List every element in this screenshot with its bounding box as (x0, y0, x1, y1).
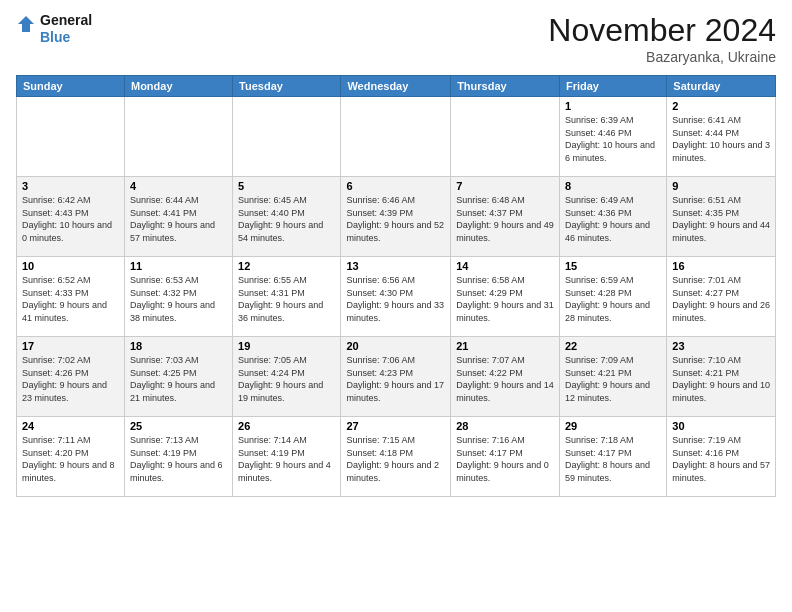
table-row (341, 97, 451, 177)
day-info: Sunrise: 6:58 AM Sunset: 4:29 PM Dayligh… (456, 274, 554, 324)
table-row: 28Sunrise: 7:16 AM Sunset: 4:17 PM Dayli… (451, 417, 560, 497)
day-info: Sunrise: 6:48 AM Sunset: 4:37 PM Dayligh… (456, 194, 554, 244)
day-number: 2 (672, 100, 770, 112)
day-info: Sunrise: 7:14 AM Sunset: 4:19 PM Dayligh… (238, 434, 335, 484)
table-row: 21Sunrise: 7:07 AM Sunset: 4:22 PM Dayli… (451, 337, 560, 417)
day-number: 1 (565, 100, 661, 112)
day-number: 24 (22, 420, 119, 432)
table-row: 30Sunrise: 7:19 AM Sunset: 4:16 PM Dayli… (667, 417, 776, 497)
day-number: 16 (672, 260, 770, 272)
day-number: 19 (238, 340, 335, 352)
day-info: Sunrise: 6:46 AM Sunset: 4:39 PM Dayligh… (346, 194, 445, 244)
table-row: 22Sunrise: 7:09 AM Sunset: 4:21 PM Dayli… (559, 337, 666, 417)
month-title: November 2024 (548, 12, 776, 49)
table-row (17, 97, 125, 177)
day-number: 20 (346, 340, 445, 352)
table-row: 12Sunrise: 6:55 AM Sunset: 4:31 PM Dayli… (233, 257, 341, 337)
table-row: 7Sunrise: 6:48 AM Sunset: 4:37 PM Daylig… (451, 177, 560, 257)
table-row (451, 97, 560, 177)
col-monday: Monday (124, 76, 232, 97)
day-number: 28 (456, 420, 554, 432)
calendar-week-row: 10Sunrise: 6:52 AM Sunset: 4:33 PM Dayli… (17, 257, 776, 337)
col-saturday: Saturday (667, 76, 776, 97)
day-info: Sunrise: 7:16 AM Sunset: 4:17 PM Dayligh… (456, 434, 554, 484)
day-info: Sunrise: 7:13 AM Sunset: 4:19 PM Dayligh… (130, 434, 227, 484)
calendar-week-row: 1Sunrise: 6:39 AM Sunset: 4:46 PM Daylig… (17, 97, 776, 177)
logo-container: General Blue (16, 12, 92, 46)
day-number: 22 (565, 340, 661, 352)
day-number: 7 (456, 180, 554, 192)
table-row: 8Sunrise: 6:49 AM Sunset: 4:36 PM Daylig… (559, 177, 666, 257)
day-info: Sunrise: 6:45 AM Sunset: 4:40 PM Dayligh… (238, 194, 335, 244)
day-number: 6 (346, 180, 445, 192)
table-row (233, 97, 341, 177)
day-info: Sunrise: 7:15 AM Sunset: 4:18 PM Dayligh… (346, 434, 445, 484)
title-block: November 2024 Bazaryanka, Ukraine (548, 12, 776, 65)
location: Bazaryanka, Ukraine (548, 49, 776, 65)
table-row: 20Sunrise: 7:06 AM Sunset: 4:23 PM Dayli… (341, 337, 451, 417)
svg-marker-0 (18, 16, 34, 32)
day-number: 4 (130, 180, 227, 192)
day-info: Sunrise: 6:49 AM Sunset: 4:36 PM Dayligh… (565, 194, 661, 244)
day-info: Sunrise: 6:51 AM Sunset: 4:35 PM Dayligh… (672, 194, 770, 244)
table-row (124, 97, 232, 177)
table-row: 17Sunrise: 7:02 AM Sunset: 4:26 PM Dayli… (17, 337, 125, 417)
day-info: Sunrise: 7:09 AM Sunset: 4:21 PM Dayligh… (565, 354, 661, 404)
col-sunday: Sunday (17, 76, 125, 97)
table-row: 6Sunrise: 6:46 AM Sunset: 4:39 PM Daylig… (341, 177, 451, 257)
day-info: Sunrise: 7:07 AM Sunset: 4:22 PM Dayligh… (456, 354, 554, 404)
table-row: 2Sunrise: 6:41 AM Sunset: 4:44 PM Daylig… (667, 97, 776, 177)
calendar-week-row: 3Sunrise: 6:42 AM Sunset: 4:43 PM Daylig… (17, 177, 776, 257)
table-row: 25Sunrise: 7:13 AM Sunset: 4:19 PM Dayli… (124, 417, 232, 497)
day-info: Sunrise: 6:44 AM Sunset: 4:41 PM Dayligh… (130, 194, 227, 244)
day-number: 26 (238, 420, 335, 432)
day-number: 12 (238, 260, 335, 272)
col-thursday: Thursday (451, 76, 560, 97)
day-info: Sunrise: 6:52 AM Sunset: 4:33 PM Dayligh… (22, 274, 119, 324)
day-number: 8 (565, 180, 661, 192)
day-info: Sunrise: 7:03 AM Sunset: 4:25 PM Dayligh… (130, 354, 227, 404)
day-info: Sunrise: 7:19 AM Sunset: 4:16 PM Dayligh… (672, 434, 770, 484)
table-row: 24Sunrise: 7:11 AM Sunset: 4:20 PM Dayli… (17, 417, 125, 497)
col-tuesday: Tuesday (233, 76, 341, 97)
table-row: 19Sunrise: 7:05 AM Sunset: 4:24 PM Dayli… (233, 337, 341, 417)
table-row: 29Sunrise: 7:18 AM Sunset: 4:17 PM Dayli… (559, 417, 666, 497)
table-row: 16Sunrise: 7:01 AM Sunset: 4:27 PM Dayli… (667, 257, 776, 337)
calendar-table: Sunday Monday Tuesday Wednesday Thursday… (16, 75, 776, 497)
table-row: 26Sunrise: 7:14 AM Sunset: 4:19 PM Dayli… (233, 417, 341, 497)
col-friday: Friday (559, 76, 666, 97)
day-info: Sunrise: 7:10 AM Sunset: 4:21 PM Dayligh… (672, 354, 770, 404)
day-info: Sunrise: 7:06 AM Sunset: 4:23 PM Dayligh… (346, 354, 445, 404)
day-info: Sunrise: 7:11 AM Sunset: 4:20 PM Dayligh… (22, 434, 119, 484)
day-number: 3 (22, 180, 119, 192)
table-row: 11Sunrise: 6:53 AM Sunset: 4:32 PM Dayli… (124, 257, 232, 337)
day-number: 30 (672, 420, 770, 432)
day-info: Sunrise: 7:05 AM Sunset: 4:24 PM Dayligh… (238, 354, 335, 404)
day-info: Sunrise: 7:18 AM Sunset: 4:17 PM Dayligh… (565, 434, 661, 484)
logo-icon (16, 14, 36, 44)
day-number: 13 (346, 260, 445, 272)
day-number: 5 (238, 180, 335, 192)
table-row: 15Sunrise: 6:59 AM Sunset: 4:28 PM Dayli… (559, 257, 666, 337)
table-row: 9Sunrise: 6:51 AM Sunset: 4:35 PM Daylig… (667, 177, 776, 257)
table-row: 4Sunrise: 6:44 AM Sunset: 4:41 PM Daylig… (124, 177, 232, 257)
logo-text: General Blue (40, 12, 92, 46)
day-info: Sunrise: 6:53 AM Sunset: 4:32 PM Dayligh… (130, 274, 227, 324)
table-row: 1Sunrise: 6:39 AM Sunset: 4:46 PM Daylig… (559, 97, 666, 177)
day-number: 27 (346, 420, 445, 432)
page-header: General Blue November 2024 Bazaryanka, U… (16, 12, 776, 65)
table-row: 27Sunrise: 7:15 AM Sunset: 4:18 PM Dayli… (341, 417, 451, 497)
day-number: 15 (565, 260, 661, 272)
day-info: Sunrise: 7:02 AM Sunset: 4:26 PM Dayligh… (22, 354, 119, 404)
col-wednesday: Wednesday (341, 76, 451, 97)
day-number: 10 (22, 260, 119, 272)
day-info: Sunrise: 6:41 AM Sunset: 4:44 PM Dayligh… (672, 114, 770, 164)
day-info: Sunrise: 6:42 AM Sunset: 4:43 PM Dayligh… (22, 194, 119, 244)
day-number: 29 (565, 420, 661, 432)
day-number: 18 (130, 340, 227, 352)
calendar-page: General Blue November 2024 Bazaryanka, U… (0, 0, 792, 612)
day-info: Sunrise: 6:56 AM Sunset: 4:30 PM Dayligh… (346, 274, 445, 324)
logo: General Blue (16, 12, 92, 46)
table-row: 18Sunrise: 7:03 AM Sunset: 4:25 PM Dayli… (124, 337, 232, 417)
day-number: 14 (456, 260, 554, 272)
